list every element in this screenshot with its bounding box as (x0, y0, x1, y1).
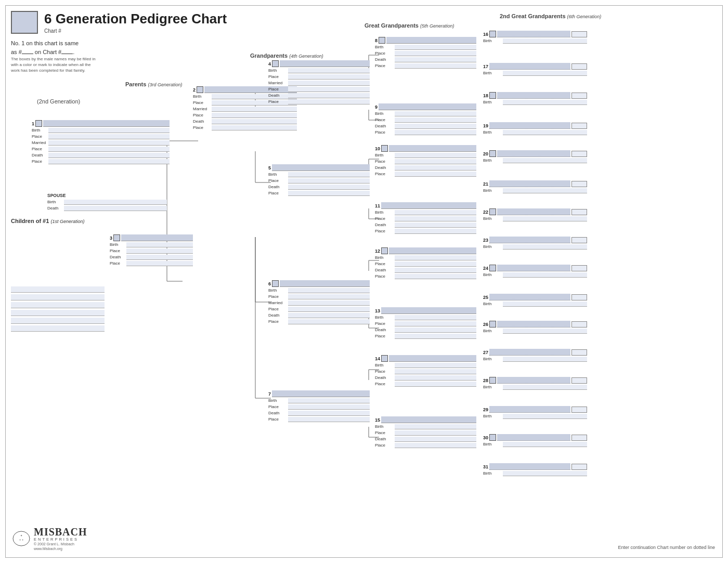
person-20: 20 Birth (483, 150, 587, 163)
person-4-deathplace[interactable] (288, 99, 370, 104)
person-14-box[interactable] (381, 355, 388, 362)
logo-copyright: © 2002 Grant L. Misbach (34, 542, 87, 546)
person-3-box[interactable] (113, 234, 120, 241)
person-3-death[interactable] (126, 255, 193, 260)
person-12-name[interactable] (389, 247, 476, 254)
person-1-marriedplace[interactable] (48, 147, 170, 152)
person-7-birth[interactable] (288, 398, 370, 403)
child-6[interactable] (11, 325, 105, 332)
person-8-deathplace[interactable] (395, 63, 476, 69)
person-1-spouse: SPOUSE Birth Death (47, 193, 167, 211)
person-11-name[interactable] (381, 202, 476, 209)
gen5-label: Great Grandparents (5th Generation) (365, 22, 454, 29)
person-1-birthplace[interactable] (48, 134, 170, 139)
person-1-name[interactable] (43, 120, 170, 127)
person-5-deathplace[interactable] (288, 191, 370, 196)
person-1-deathplace[interactable] (48, 159, 170, 164)
person-2-deathplace[interactable] (212, 125, 297, 130)
person-6-birth[interactable] (288, 288, 370, 293)
person-15-name[interactable] (381, 416, 476, 423)
person-14-name[interactable] (389, 355, 476, 362)
person-1-birth[interactable] (48, 128, 170, 133)
logo-website: www.Misbach.org (34, 546, 87, 551)
person-5-birthplace[interactable] (288, 178, 370, 184)
person-15: 15 Birth Place Death Place (375, 416, 476, 448)
child-2[interactable] (11, 294, 105, 300)
svg-text:✦ ✦: ✦ ✦ (19, 539, 23, 541)
person-2-death[interactable] (212, 119, 297, 124)
person-29: 29 Birth (483, 406, 587, 419)
person-8-birth[interactable] (395, 45, 476, 50)
person-28: 28 Birth (483, 377, 587, 390)
person-1-birth-row: Birth (32, 127, 170, 133)
person-4-name[interactable] (280, 60, 370, 67)
spouse-death[interactable] (64, 206, 167, 211)
person-6-death[interactable] (288, 313, 370, 318)
person-19: 19 Birth (483, 122, 587, 135)
person-1-married[interactable] (48, 140, 170, 146)
person-4-box[interactable] (272, 60, 279, 67)
person-8-name[interactable] (386, 37, 476, 44)
person-5-death[interactable] (288, 185, 370, 190)
gen3-label: Parents (3rd Generation) (125, 81, 182, 87)
person-7-name[interactable] (272, 390, 370, 397)
spouse-birth[interactable] (64, 200, 167, 205)
person-3-birth[interactable] (126, 242, 193, 247)
person-6-box[interactable] (272, 280, 279, 287)
person-4-death[interactable] (288, 93, 370, 98)
logo-area: ✦ ✦ ✦ MISBACH ENTERPRISES © 2002 Grant L… (12, 527, 87, 551)
person-6-deathplace[interactable] (288, 319, 370, 324)
person-10-name[interactable] (389, 145, 476, 152)
children-list (11, 286, 105, 333)
person-5-name[interactable] (272, 164, 370, 171)
person-1: 1 Birth Place Married Place Death Place (32, 120, 170, 164)
no1-info: No. 1 on this chart is same as # on Char… (11, 39, 79, 56)
person-3-birthplace[interactable] (126, 248, 193, 254)
person-14: 14 Birth Place Death Place (375, 355, 476, 387)
person-7-birthplace[interactable] (288, 404, 370, 410)
person-3-name[interactable] (121, 234, 193, 241)
chart-icon-box (11, 11, 38, 34)
person-6-name[interactable] (280, 280, 370, 287)
person-13-name[interactable] (381, 307, 476, 314)
person-8-birthplace[interactable] (395, 51, 476, 56)
footer-note: Enter continuation Chart number on dotte… (618, 545, 715, 550)
person-7-death[interactable] (288, 411, 370, 416)
gen2-label: (2nd Generation) (37, 98, 80, 104)
person-6-married[interactable] (288, 300, 370, 306)
person-1-box[interactable] (35, 120, 42, 127)
person-2-marriedplace[interactable] (212, 113, 297, 118)
person-10-box[interactable] (381, 145, 388, 152)
person-4: 4 Birth Place Married Place Death Place (268, 60, 370, 104)
person-7-deathplace[interactable] (288, 417, 370, 422)
person-4-marriedplace[interactable] (288, 87, 370, 92)
person-6: 6 Birth Place Married Place Death Place (268, 280, 370, 324)
person-1-death[interactable] (48, 153, 170, 158)
person-6-birthplace[interactable] (288, 294, 370, 299)
person-6-marriedplace[interactable] (288, 307, 370, 312)
person-9: 9 Birth Place Death Place (375, 103, 476, 135)
pedigree-chart: 6 Generation Pedigree Chart Chart # No. … (5, 5, 723, 558)
person-5: 5 Birth Place Death Place (268, 164, 370, 196)
person-30: 30 Birth (483, 434, 587, 447)
child-4[interactable] (11, 310, 105, 316)
person-8-box[interactable] (379, 37, 385, 44)
person-9-name[interactable] (379, 103, 476, 110)
person-8-death[interactable] (395, 57, 476, 62)
person-5-birth[interactable] (288, 172, 370, 177)
person-2-box[interactable] (197, 86, 203, 93)
person-4-birth[interactable] (288, 68, 370, 73)
person-23: 23 Birth (483, 237, 587, 250)
person-2-married[interactable] (212, 107, 297, 112)
chart-title: 6 Generation Pedigree Chart (44, 11, 227, 27)
person-3-deathplace[interactable] (126, 261, 193, 266)
person-4-birthplace[interactable] (288, 74, 370, 80)
child-5[interactable] (11, 318, 105, 324)
person-4-married[interactable] (288, 81, 370, 86)
person-12-box[interactable] (381, 247, 388, 254)
logo-enterprises: ENTERPRISES (34, 537, 87, 542)
child-1[interactable] (11, 286, 105, 293)
person-31: 31 Birth (483, 463, 587, 476)
gen4-label: Grandparents (4th Generation) (250, 53, 323, 59)
child-3[interactable] (11, 302, 105, 308)
